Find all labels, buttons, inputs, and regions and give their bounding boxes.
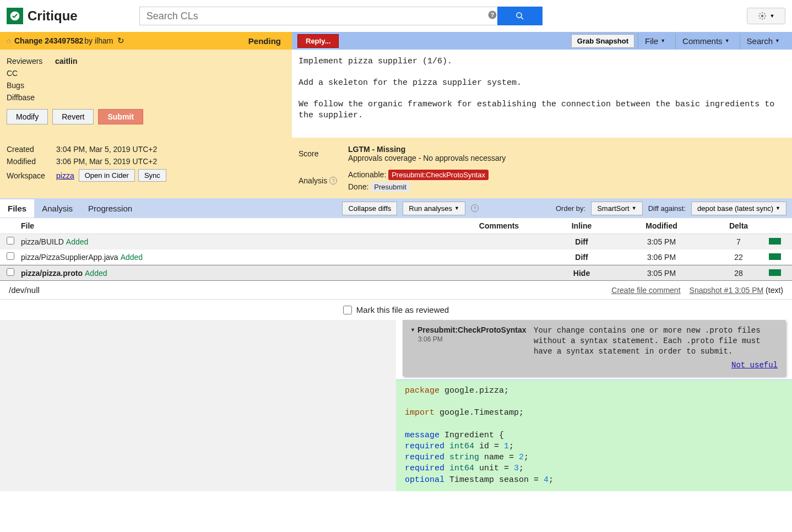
submit-button[interactable]: Submit <box>98 109 143 124</box>
diff-toggle[interactable]: Diff <box>549 253 615 262</box>
file-checkbox[interactable] <box>7 237 14 245</box>
help-icon[interactable]: ? <box>471 204 479 212</box>
done-label: Done: <box>348 182 368 191</box>
svg-line-4 <box>521 17 523 19</box>
modified-label: Modified <box>7 157 56 166</box>
checkmark-icon <box>7 8 23 24</box>
created-value: 3:04 PM, Mar 5, 2019 UTC+2 <box>56 145 157 154</box>
comments-menu[interactable]: Comments▼ <box>675 33 736 49</box>
svg-point-3 <box>517 13 522 18</box>
help-icon[interactable]: ? <box>329 177 337 184</box>
bugs-label: Bugs <box>7 81 55 90</box>
diff-right-pane: ▼Presubmit:CheckProtoSyntax 3:06 PM Your… <box>396 320 792 491</box>
search-input[interactable] <box>139 7 503 25</box>
delta-bar <box>769 269 781 276</box>
change-author: by ilham <box>84 36 113 45</box>
diff-left-label: /dev/null <box>9 285 40 295</box>
delta-bar <box>769 238 781 245</box>
search-bar: ? <box>139 7 543 25</box>
chevron-down-icon: ▼ <box>775 205 780 211</box>
grab-snapshot-button[interactable]: Grab Snapshot <box>571 34 634 48</box>
presubmit-badge[interactable]: Presubmit <box>371 182 410 192</box>
tab-files[interactable]: Files <box>0 199 34 218</box>
run-analyses-button[interactable]: Run analyses▼ <box>403 202 465 215</box>
modified-value: 3:06 PM, Mar 5, 2019 UTC+2 <box>56 157 157 166</box>
mark-reviewed-row: Mark this file as reviewed <box>0 300 792 320</box>
change-status: Pending <box>248 36 281 46</box>
col-comments: Comments <box>449 221 549 230</box>
chevron-down-icon[interactable]: ▼ <box>410 327 415 333</box>
star-icon[interactable]: ☆ <box>6 37 12 45</box>
settings-button[interactable]: ▼ <box>747 8 785 24</box>
file-row[interactable]: pizza/pizza.protoAdded Hide 3:05 PM 28 <box>0 265 792 281</box>
chevron-down-icon: ▼ <box>660 38 665 44</box>
logo[interactable]: Critique <box>7 8 78 24</box>
col-inline: Inline <box>549 221 615 230</box>
text-suffix: (text) <box>766 286 783 295</box>
snapshot-link[interactable]: Snapshot #1 3:05 PM <box>690 286 764 295</box>
tabs-bar: Files Analysis Progression Collapse diff… <box>0 198 792 218</box>
code-block: package google.pizza; import google.Time… <box>396 379 792 491</box>
analysis-time: 3:06 PM <box>418 335 526 343</box>
file-row[interactable]: pizza/BUILDAdded Diff 3:05 PM 7 <box>0 234 792 249</box>
tab-progression[interactable]: Progression <box>80 199 140 218</box>
toolbar: Reply... Grab Snapshot File▼ Comments▼ S… <box>292 32 792 50</box>
created-label: Created <box>7 145 56 154</box>
chevron-down-icon: ▼ <box>775 38 780 44</box>
mark-reviewed-label: Mark this file as reviewed <box>356 305 449 314</box>
reviewers-value: caitlin <box>55 57 77 66</box>
reviewers-label: Reviewers <box>7 57 55 66</box>
info-left: Reviewerscaitlin CC Bugs Diffbase Modify… <box>0 50 292 138</box>
modify-button[interactable]: Modify <box>7 109 48 124</box>
mark-reviewed-checkbox[interactable] <box>343 306 352 314</box>
file-table-header: File Comments Inline Modified Delta <box>0 218 792 234</box>
sync-button[interactable]: Sync <box>138 169 166 182</box>
diff-left-pane <box>0 320 396 491</box>
file-row[interactable]: pizza/PizzaSupplierApp.javaAdded Diff 3:… <box>0 249 792 265</box>
diff-against-dropdown[interactable]: depot base (latest sync)▼ <box>691 202 786 215</box>
diff-toggle[interactable]: Hide <box>549 269 615 278</box>
open-cider-button[interactable]: Open in Cider <box>79 169 135 182</box>
tab-analysis[interactable]: Analysis <box>34 199 80 218</box>
workspace-label: Workspace <box>7 171 56 180</box>
score-value: LGTM - Missing <box>348 145 405 154</box>
change-bar: ☆ Change 243497582 by ilham ↻ Pending <box>0 32 292 50</box>
help-icon[interactable]: ? <box>487 10 497 22</box>
score-label: Score <box>299 149 348 158</box>
create-comment-link[interactable]: Create file comment <box>611 286 680 295</box>
search-icon <box>515 11 525 21</box>
gear-icon <box>758 12 767 20</box>
reply-button[interactable]: Reply... <box>297 34 339 48</box>
change-description: Implement pizza supplier (1/6). Add a sk… <box>292 50 792 138</box>
sort-dropdown[interactable]: SmartSort▼ <box>591 202 642 215</box>
workspace-link[interactable]: pizza <box>56 171 74 180</box>
revert-button[interactable]: Revert <box>52 109 94 124</box>
chevron-down-icon: ▼ <box>725 38 730 44</box>
cc-label: CC <box>7 69 55 78</box>
analysis-body: Your change contains one or more new .pr… <box>534 326 761 356</box>
diff-against-label: Diff against: <box>648 204 686 213</box>
info-right: Implement pizza supplier (1/6). Add a sk… <box>292 50 792 138</box>
collapse-diffs-button[interactable]: Collapse diffs <box>342 202 397 215</box>
file-checkbox[interactable] <box>7 268 14 276</box>
delta-bar <box>769 253 781 260</box>
diff-view: ▼Presubmit:CheckProtoSyntax 3:06 PM Your… <box>0 320 792 491</box>
not-useful-link[interactable]: Not useful <box>731 361 778 370</box>
search-button[interactable] <box>497 7 543 25</box>
approvals-text: Approvals coverage - No approvals necess… <box>348 154 506 162</box>
file-menu[interactable]: File▼ <box>638 33 672 49</box>
diffbase-label: Diffbase <box>7 93 55 102</box>
meta-section: Created3:04 PM, Mar 5, 2019 UTC+2 Modifi… <box>0 138 792 198</box>
search-menu[interactable]: Search▼ <box>740 33 786 49</box>
col-modified: Modified <box>615 221 708 230</box>
diff-toggle[interactable]: Diff <box>549 237 615 246</box>
col-delta: Delta <box>708 221 769 230</box>
file-checkbox[interactable] <box>7 252 14 260</box>
proto-syntax-badge[interactable]: Presubmit:CheckProtoSyntax <box>388 170 489 180</box>
analysis-title: Presubmit:CheckProtoSyntax <box>417 325 527 334</box>
svg-text:?: ? <box>490 12 493 18</box>
col-file: File <box>21 221 449 230</box>
diff-header: /dev/null Create file comment Snapshot #… <box>0 281 792 300</box>
app-header: Critique ? ▼ <box>0 0 792 32</box>
refresh-icon[interactable]: ↻ <box>117 36 124 46</box>
